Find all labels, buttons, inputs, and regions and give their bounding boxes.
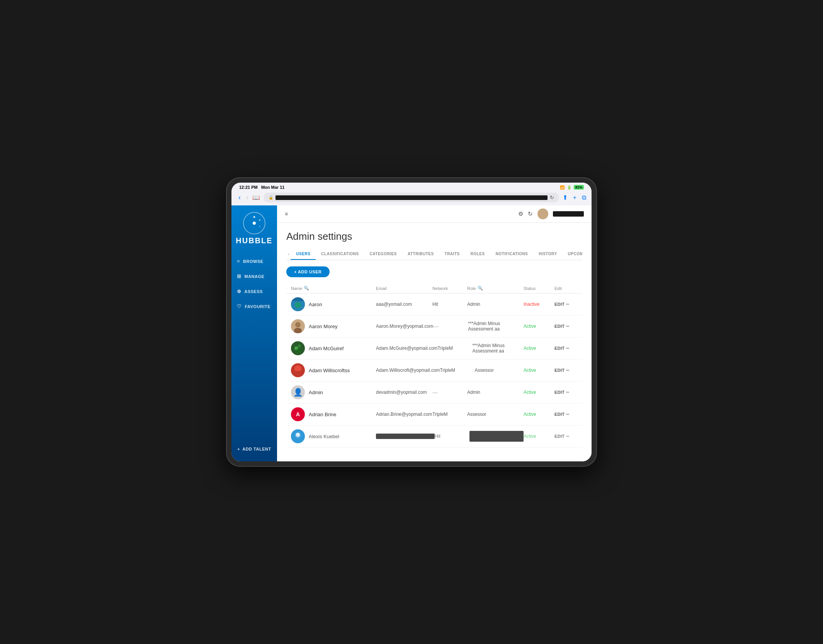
favourite-label: FAVOURITE <box>245 304 271 309</box>
assess-label: ASSESS <box>245 289 263 294</box>
user-name: Adrian Brine <box>309 412 337 417</box>
tab-attributes[interactable]: ATTRIBUTES <box>402 249 439 260</box>
edit-button[interactable]: EDIT <box>554 368 565 373</box>
bookmarks-icon[interactable]: 📖 <box>252 194 260 201</box>
user-email: Aaron.Morey@yopmail.com <box>376 324 433 329</box>
user-network: Hit <box>432 302 467 307</box>
edit-cell: EDIT ✏ <box>554 412 578 417</box>
tab-prev-chevron[interactable]: ‹ <box>286 249 291 259</box>
app-logo-text: HUBBLE <box>236 236 272 245</box>
th-role: Role 🔍 <box>467 286 524 291</box>
avatar-image <box>291 297 305 311</box>
avatar <box>291 341 305 355</box>
avatar <box>291 363 305 377</box>
tab-traits[interactable]: TRAITS <box>439 249 465 260</box>
forward-button[interactable]: › <box>245 193 250 202</box>
table-row: A Adrian Brine Adrian.Brine@yopmail.com … <box>286 403 582 425</box>
hamburger-icon[interactable]: ≡ <box>285 211 288 217</box>
table-row: Aaron aaa@yomail.com Hit Admin Inactive … <box>286 293 582 315</box>
edit-icon[interactable]: ✏ <box>566 390 570 395</box>
user-role: Admin <box>467 390 524 395</box>
settings-icon[interactable]: ⚙ <box>518 210 523 217</box>
user-name: Aaron <box>309 302 322 307</box>
sidebar: HUBBLE ≡ BROWSE ⊞ MANAGE ⊕ ASSESS <box>231 205 277 461</box>
sidebar-item-assess[interactable]: ⊕ ASSESS <box>231 285 277 298</box>
svg-point-3 <box>259 219 260 221</box>
page-content: Admin settings ‹ USERS CLASSIFICATIONS C… <box>277 223 592 461</box>
user-role: ***Admin Minus Assessment aa <box>473 343 524 354</box>
sidebar-item-browse[interactable]: ≡ BROWSE <box>231 254 277 268</box>
reload-button[interactable]: ↻ <box>550 195 554 200</box>
avatar-image <box>291 429 305 443</box>
add-talent-plus-icon: + <box>237 447 240 451</box>
svg-rect-17 <box>294 371 302 376</box>
edit-button[interactable]: EDIT <box>554 302 565 307</box>
user-cell: Adam McGuiref <box>291 341 376 355</box>
edit-icon[interactable]: ✏ <box>566 324 570 329</box>
user-name: Aaron Morey <box>309 324 337 329</box>
edit-cell: EDIT ✏ <box>554 390 578 395</box>
user-cell: Adam Williscroftss <box>291 363 376 377</box>
browser-chrome: ‹ › 📖 🔒 ↻ ⬆ + ⧉ <box>231 191 592 205</box>
tab-classifications[interactable]: CLASSIFICATIONS <box>316 249 364 260</box>
new-tab-icon[interactable]: + <box>573 194 576 201</box>
th-network: Network <box>432 286 467 291</box>
name-search-icon[interactable]: 🔍 <box>304 286 309 291</box>
status-date: Mon Mar 11 <box>261 185 285 190</box>
device-screen: 12:21 PM Mon Mar 11 📶 🔋 81% ‹ › 📖 🔒 ↻ <box>231 183 592 461</box>
avatar <box>291 319 305 333</box>
user-email: devadmin@yopmail.com <box>376 390 432 395</box>
edit-icon[interactable]: ✏ <box>566 434 570 439</box>
page-title: Admin settings <box>286 230 582 242</box>
edit-icon[interactable]: ✏ <box>566 412 570 417</box>
back-button[interactable]: ‹ <box>237 193 242 202</box>
wifi-icon: 📶 <box>560 185 565 190</box>
sidebar-item-favourite[interactable]: ♡ FAVOURITE <box>231 300 277 313</box>
status-badge: Active <box>524 324 554 329</box>
edit-button[interactable]: EDIT <box>554 390 565 395</box>
sidebar-item-manage[interactable]: ⊞ MANAGE <box>231 269 277 283</box>
status-bar: 12:21 PM Mon Mar 11 📶 🔋 81% <box>231 183 592 191</box>
table-row: Aaron Morey Aaron.Morey@yopmail.com — **… <box>286 315 582 337</box>
avatar <box>291 297 305 311</box>
app-container: HUBBLE ≡ BROWSE ⊞ MANAGE ⊕ ASSESS <box>231 205 592 461</box>
edit-icon[interactable]: ✏ <box>566 346 570 351</box>
edit-cell: EDIT ✏ <box>554 434 578 439</box>
url-text <box>275 195 548 200</box>
browser-actions: ⬆ + ⧉ <box>563 194 586 201</box>
add-user-button[interactable]: + ADD USER <box>286 266 330 277</box>
status-badge: Active <box>524 412 554 417</box>
status-badge: Inactive <box>524 302 554 307</box>
refresh-icon[interactable]: ↻ <box>528 210 533 217</box>
edit-button[interactable]: EDIT <box>554 346 565 351</box>
address-bar[interactable]: 🔒 ↻ <box>264 193 559 202</box>
edit-cell: EDIT ✏ <box>554 302 578 307</box>
tab-categories[interactable]: CATEGORIES <box>364 249 402 260</box>
logo-area: HUBBLE <box>236 212 272 245</box>
user-role: Assessor <box>475 368 524 373</box>
battery-level: 81% <box>574 185 584 190</box>
tab-roles[interactable]: ROLES <box>465 249 490 260</box>
edit-icon[interactable]: ✏ <box>566 368 570 373</box>
svg-point-4 <box>259 226 260 227</box>
tab-history[interactable]: HISTORY <box>533 249 562 260</box>
avatar-image <box>291 319 305 333</box>
edit-button[interactable]: EDIT <box>554 434 565 439</box>
status-badge: Active <box>524 390 554 395</box>
th-email: Email <box>376 286 432 291</box>
user-network: — <box>432 389 467 395</box>
tabs-icon[interactable]: ⧉ <box>582 194 586 201</box>
edit-button[interactable]: EDIT <box>554 324 565 329</box>
tab-notifications[interactable]: NOTIFICATIONS <box>490 249 534 260</box>
user-name: Adam McGuiref <box>309 346 343 351</box>
edit-icon[interactable]: ✏ <box>566 302 570 307</box>
user-network: Hit <box>435 434 469 439</box>
share-icon[interactable]: ⬆ <box>563 194 568 201</box>
browse-icon: ≡ <box>237 258 240 264</box>
user-network: TripleM <box>440 368 475 373</box>
tab-upcoming[interactable]: UPCOMING REASSES <box>563 249 582 260</box>
sidebar-add-talent[interactable]: + ADD TALENT <box>232 443 276 455</box>
role-search-icon[interactable]: 🔍 <box>478 286 483 291</box>
edit-button[interactable]: EDIT <box>554 412 565 417</box>
tab-users[interactable]: USERS <box>291 249 316 260</box>
